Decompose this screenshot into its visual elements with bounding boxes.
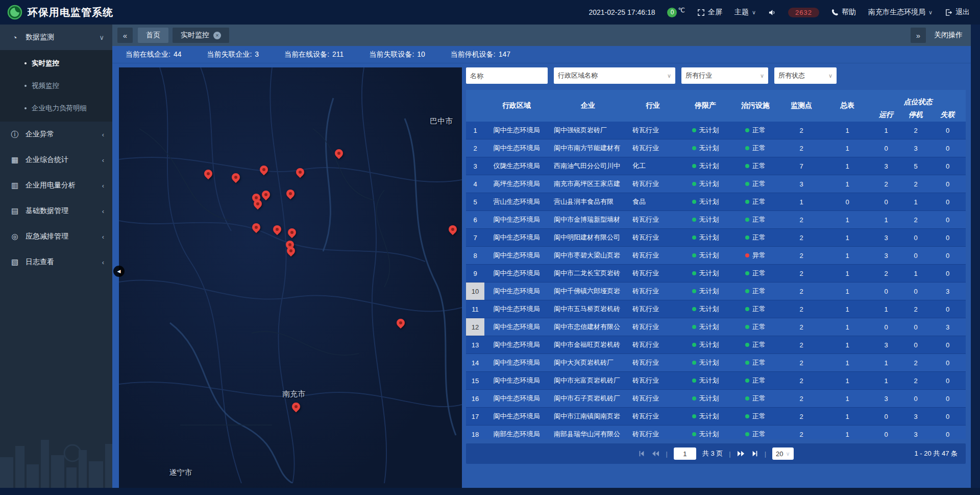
sidebar-subitem-视频监控[interactable]: 视频监控 [0,75,112,97]
map-pin-icon[interactable] [334,149,344,159]
status-dot-icon [745,325,749,329]
map-pin-icon[interactable] [286,246,296,256]
cell-limit-status: 无计划 [678,122,732,139]
name-filter-input[interactable] [470,72,544,80]
map-pin-icon[interactable] [287,228,297,238]
close-operations-button[interactable]: 关闭操作 [934,31,963,40]
chevron-left-icon: ‹ [102,182,104,190]
cell-run: 3 [870,336,902,353]
table-row[interactable]: 17阆中生态环境局阆中市江南镇阆南页岩砖瓦行业无计划正常21030 [466,408,966,426]
status-filter-select[interactable]: 所有状态 ∨ [774,67,837,84]
industry-filter-select[interactable]: 所有行业 ∨ [681,67,768,84]
map-pin-icon[interactable] [203,169,213,179]
cell-run: 1 [870,300,902,318]
status-dot-icon [745,128,749,132]
map-pin-icon[interactable] [448,225,458,235]
info-circle-icon: ⓘ [10,130,19,139]
status-dot-icon [692,361,696,365]
table-row[interactable]: 6阆中生态环境局阆中市金博瑞新型墙材砖瓦行业无计划正常21120 [466,211,966,229]
table-row[interactable]: 16阆中生态环境局阆中市石子页岩机砖厂砖瓦行业无计划正常21300 [466,390,966,408]
prev-page-icon[interactable] [651,450,659,457]
map-pin-icon[interactable] [285,189,296,199]
table-row[interactable]: 5营山生态环境局营山县润丰食品有限食品无计划正常10010 [466,193,966,211]
table-row[interactable]: 18南部生态环境局南部县瑞华山河有限公砖瓦行业无计划正常21030 [466,426,966,439]
page-size-select[interactable]: 20 ∨ [772,447,794,460]
last-page-icon[interactable] [751,450,758,457]
map-panel[interactable]: 巴中市南充市遂宁市 ◀ [119,67,462,488]
stat-item: 当前停机设备:147 [451,50,510,59]
cell-facility-status: 正常 [732,390,778,407]
org-dropdown[interactable]: 南充市生态环境局 ∨ [868,8,933,17]
table-row[interactable]: 7阆中生态环境局阆中明阳建材有限公司砖瓦行业无计划正常21300 [466,229,966,247]
page-number-input[interactable] [674,447,696,460]
cell-meters: 1 [824,336,870,353]
table-row[interactable]: 10阆中生态环境局阆中千佛镇六郎垭页岩砖瓦行业无计划正常21003 [466,282,966,300]
fullscreen-button[interactable]: 全屏 [697,8,722,17]
next-page-icon[interactable] [737,450,745,457]
sidebar-item-日志查看[interactable]: ▧日志查看‹ [0,249,112,275]
cell-facility-status: 正常 [732,265,778,282]
help-button[interactable]: 帮助 [831,8,856,17]
table-body: 1阆中生态环境局阆中强锐页岩砖厂砖瓦行业无计划正常211202阆中生态环境局阆中… [466,122,966,439]
cell-industry: 砖瓦行业 [627,318,678,336]
cell-company: 西南油气田分公司川中 [549,157,627,175]
sidebar-item-基础数据管理[interactable]: ▤基础数据管理‹ [0,198,112,224]
sidebar-item-应急减排管理[interactable]: ◎应急减排管理‹ [0,224,112,249]
row-number: 13 [466,336,484,353]
map-pin-icon[interactable] [253,199,263,209]
cell-lost: 3 [929,318,966,336]
chart-bar-icon: ▥ [10,181,19,190]
map-pin-icon[interactable] [396,318,406,328]
tab-close-icon[interactable]: × [213,32,221,39]
tabs-scroll-left-icon[interactable]: « [117,28,133,43]
table-row[interactable]: 15阆中生态环境局阆中市光富页岩机砖厂砖瓦行业无计划正常21120 [466,372,966,390]
cell-limit-status: 无计划 [678,408,732,425]
map-pin-icon[interactable] [231,173,241,183]
sidebar-item-企业用电量分析[interactable]: ▥企业用电量分析‹ [0,173,112,198]
speaker-icon[interactable] [768,9,776,16]
map-pin-icon[interactable] [295,168,305,178]
logout-button[interactable]: 退出 [945,8,970,17]
table-row[interactable]: 13阆中生态环境局阆中市金福旺页岩机砖砖瓦行业无计划正常21300 [466,336,966,354]
map-city-label: 遂宁市 [169,467,192,477]
table-row[interactable]: 2阆中生态环境局阆中市南方节能建材有砖瓦行业无计划正常21030 [466,139,966,157]
map-pin-icon[interactable] [251,223,261,233]
cell-meters: 1 [824,139,870,157]
cell-limit-status: 无计划 [678,175,732,193]
table-row[interactable]: 3仪陇生态环境局西南油气田分公司川中化工无计划正常71350 [466,157,966,175]
table-row[interactable]: 9阆中生态环境局阆中市二龙长宝页岩砖砖瓦行业无计划正常21210 [466,265,966,282]
map-collapse-handle[interactable]: ◀ [113,266,125,277]
cell-company: 阆中市枣碧大梁山页岩 [549,247,627,264]
table-row[interactable]: 12阆中生态环境局阆中市忠信建材有限公砖瓦行业无计划正常21003 [466,318,966,336]
tab-实时监控[interactable]: 实时监控× [173,28,229,43]
tabs-scroll-right-icon[interactable]: » [911,28,926,43]
sidebar-subitem-企业电力负荷明细[interactable]: 企业电力负荷明细 [0,97,112,120]
table-row[interactable]: 14阆中生态环境局阆中大兴页岩机砖厂砖瓦行业无计划正常21120 [466,354,966,372]
sidebar-subitem-实时监控[interactable]: 实时监控 [0,52,112,75]
cell-region: 阆中生态环境局 [484,390,549,407]
table-row[interactable]: 8阆中生态环境局阆中市枣碧大梁山页岩砖瓦行业无计划异常21300 [466,247,966,265]
sidebar-item-企业异常[interactable]: ⓘ企业异常‹ [0,122,112,147]
map-pin-icon[interactable] [291,402,301,412]
temperature: 0 ℃ [667,8,684,17]
cell-limit-status: 无计划 [678,229,732,246]
notice-count-badge[interactable]: 2632 [788,8,819,17]
map-pin-icon[interactable] [272,225,282,235]
cell-region: 阆中生态环境局 [484,354,549,371]
first-page-icon[interactable] [638,450,645,457]
row-number: 16 [466,390,484,407]
region-filter-select[interactable]: 行政区域名称 ∨ [554,67,675,84]
right-panel: 行政区域名称 ∨ 所有行业 ∨ 所有状态 ∨ [466,67,966,488]
table-row[interactable]: 4高坪生态环境局南充市高坪区王家店建砖瓦行业无计划正常31220 [466,175,966,193]
map-pin-icon[interactable] [259,165,269,175]
theme-dropdown[interactable]: 主题 ∨ [734,8,756,17]
sidebar-item-数据监测[interactable]: ◔数据监测∨ [0,25,112,50]
row-number: 12 [466,318,484,336]
map-city-label: 巴中市 [430,116,453,126]
table-row[interactable]: 11阆中生态环境局阆中市五马桥页岩机砖砖瓦行业无计划正常21120 [466,300,966,318]
sidebar-item-企业综合统计[interactable]: ▦企业综合统计‹ [0,147,112,173]
table-row[interactable]: 1阆中生态环境局阆中强锐页岩砖厂砖瓦行业无计划正常21120 [466,122,966,139]
map-pin-icon[interactable] [261,190,271,200]
tab-首页[interactable]: 首页 [138,28,168,43]
cell-run: 2 [870,175,902,193]
